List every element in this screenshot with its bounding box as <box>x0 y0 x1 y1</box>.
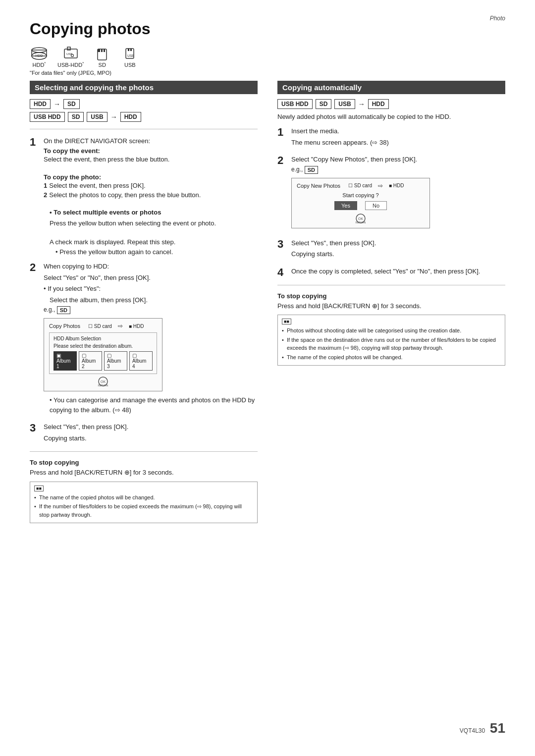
left-to-stop-text: Press and hold [BACK/RETURN ⊕] for 3 sec… <box>30 468 258 478</box>
right-note3: The name of the copied photos will be ch… <box>282 353 501 362</box>
right-screen-hdd: ■ HDD <box>389 183 404 188</box>
yes-no-row: Yes No <box>297 201 425 210</box>
route1-arrow: → <box>54 100 60 108</box>
right-step2-num: 2 <box>277 155 283 166</box>
usb-icon-box: USB USB <box>120 46 139 68</box>
copy-photo-label: To copy the photo: <box>44 173 258 181</box>
right-eg-device: SD <box>305 166 318 174</box>
screen-arrow: ⇨ <box>118 323 123 329</box>
right-step1: 1 Insert the media. The menu screen appe… <box>277 126 505 149</box>
page-title: Copying photos <box>30 20 505 38</box>
copy-photo-step2: 2Select the photos to copy, then press t… <box>44 190 258 200</box>
album4-btn: ▢ Album 4 <box>129 351 153 371</box>
step2-if-yes-text: Select the album, then press [OK]. <box>50 295 258 305</box>
yes-button[interactable]: Yes <box>334 201 357 210</box>
sd-icon <box>93 46 111 62</box>
step1-num: 1 <box>30 137 36 148</box>
usb-label: USB <box>124 62 136 68</box>
asterisk-note: "For data files" only (JPEG, MPO) <box>30 70 505 76</box>
screen-inner: HDD Album Selection Please select the de… <box>49 332 157 374</box>
right-step3-content: Select "Yes", then press [OK]. Copying s… <box>291 238 505 259</box>
copy-event-label: To copy the event: <box>44 147 258 155</box>
route2-sd: SD <box>68 112 84 122</box>
category-label: Photo <box>490 15 505 22</box>
screen-title-row: Copy Photos ☐ SD card ⇨ ■ HDD <box>49 323 157 329</box>
right-divider <box>277 285 505 285</box>
right-route-sd: SD <box>316 99 332 109</box>
copy-photo-step1: 1Select the event, then press [OK]. <box>44 181 258 191</box>
ok-return-row: OK RETURN <box>49 376 157 387</box>
multiple-label: To select multiple events or photos <box>50 208 258 217</box>
page-container: Photo Copying photos HDD HDD* USB USB-HD… <box>0 0 535 756</box>
right-note1: Photos without shooting date will be cat… <box>282 326 501 335</box>
svg-text:RETURN: RETURN <box>356 221 366 224</box>
note-icon-left: ■■ <box>34 486 44 491</box>
screen-sd-label: ☐ SD card <box>88 324 112 329</box>
divider2 <box>30 451 258 452</box>
right-screen-question: Start copying ? <box>297 192 425 198</box>
no-button[interactable]: No <box>365 201 387 210</box>
right-ok-return: OK RETURN <box>297 213 425 224</box>
right-step3: 3 Select "Yes", then press [OK]. Copying… <box>277 238 505 261</box>
svg-rect-13 <box>128 49 129 51</box>
album3-btn: ▢ Album 3 <box>104 351 127 371</box>
step2-intro: When copying to HDD: <box>44 262 258 271</box>
right-step1-num: 1 <box>277 127 283 138</box>
route1-to: SD <box>63 99 80 109</box>
right-column: Copying automatically USB HDD SD USB → H… <box>277 81 505 528</box>
right-screen-title: Copy New Photos <box>297 183 340 189</box>
icon-row: HDD HDD* USB USB-HDD* SD <box>30 45 505 68</box>
multiple-text1: Press the yellow button when selecting t… <box>50 218 258 228</box>
svg-text:RETURN: RETURN <box>98 384 108 387</box>
divider1 <box>30 129 258 129</box>
svg-rect-5 <box>67 47 70 50</box>
right-section-header: Copying automatically <box>277 81 505 94</box>
screen-hdd-label: ■ HDD <box>129 324 144 329</box>
copy-event-text: Select the event, then press the blue bu… <box>44 155 258 164</box>
screen-inner-subtitle: Please select the destination album. <box>54 343 153 349</box>
page-number-area: VQT4L30 51 <box>460 720 505 736</box>
album-row: ▣ Album 1 ▢ Album 2 ▢ Album 3 ▢ Album 4 <box>54 351 153 371</box>
right-step4: 4 Once the copy is completed, select "Ye… <box>277 267 505 278</box>
right-note2: If the space on the destination drive ru… <box>282 336 501 352</box>
copy-photos-screen: Copy Photos ☐ SD card ⇨ ■ HDD HDD Album … <box>44 318 162 391</box>
right-note-box: ■■ Photos without shooting date will be … <box>277 315 505 366</box>
step3-subtext: Copying starts. <box>44 433 258 443</box>
right-eg: e.g., SD <box>291 166 505 174</box>
album2-btn: ▢ Album 2 <box>79 351 102 371</box>
multiple-cancel: • Press the yellow button again to cance… <box>55 248 258 256</box>
route2-arrow: → <box>110 113 117 121</box>
right-route-usb: USB <box>334 99 355 109</box>
right-step1-text1: Insert the media. <box>291 126 505 136</box>
svg-rect-9 <box>98 49 100 52</box>
right-step1-text2: The menu screen appears. (⇨ 38) <box>291 138 505 148</box>
route2-row: USB HDD SD USB → HDD <box>30 112 258 122</box>
left-column: Selecting and copying the photos HDD → S… <box>30 81 258 528</box>
copy-new-photos-screen: Copy New Photos ☐ SD card ⇨ ■ HDD Start … <box>291 178 430 228</box>
right-step1-content: Insert the media. The menu screen appear… <box>291 126 505 147</box>
svg-text:USB: USB <box>66 53 72 55</box>
multiple-text2: A check mark is displayed. Repeat this s… <box>50 237 258 247</box>
left-step1: 1 On the DIRECT NAVIGATOR screen: To cop… <box>30 136 258 256</box>
step2-text1: Select "Yes" or "No", then press [OK]. <box>44 273 258 283</box>
page-number: 51 <box>490 720 505 736</box>
step2-bullet1: You can categorise and manage the events… <box>50 395 258 415</box>
right-to-stop-text: Press and hold [BACK/RETURN ⊕] for 3 sec… <box>277 301 505 311</box>
right-step3-text1: Select "Yes", then press [OK]. <box>291 238 505 248</box>
eg-sd-device: SD <box>57 306 70 314</box>
screen-title: Copy Photos <box>49 323 80 329</box>
route1-from: HDD <box>30 99 51 109</box>
step3-content: Select "Yes", then press [OK]. Copying s… <box>44 422 258 443</box>
step3-num: 3 <box>30 423 36 433</box>
step2-content: When copying to HDD: Select "Yes" or "No… <box>44 262 258 415</box>
step1-intro: On the DIRECT NAVIGATOR screen: <box>44 136 258 146</box>
svg-text:HDD: HDD <box>35 54 43 57</box>
left-note1: The name of the copied photos will be ch… <box>34 493 253 502</box>
right-screen-title-row: Copy New Photos ☐ SD card ⇨ ■ HDD <box>297 182 425 189</box>
route2-usb-hdd: USB HDD <box>30 112 65 122</box>
right-route-row: USB HDD SD USB → HDD <box>277 99 505 109</box>
right-step4-content: Once the copy is completed, select "Yes"… <box>291 267 505 276</box>
left-section-header: Selecting and copying the photos <box>30 81 258 94</box>
svg-rect-10 <box>101 49 103 52</box>
hdd-icon: HDD <box>30 45 49 61</box>
